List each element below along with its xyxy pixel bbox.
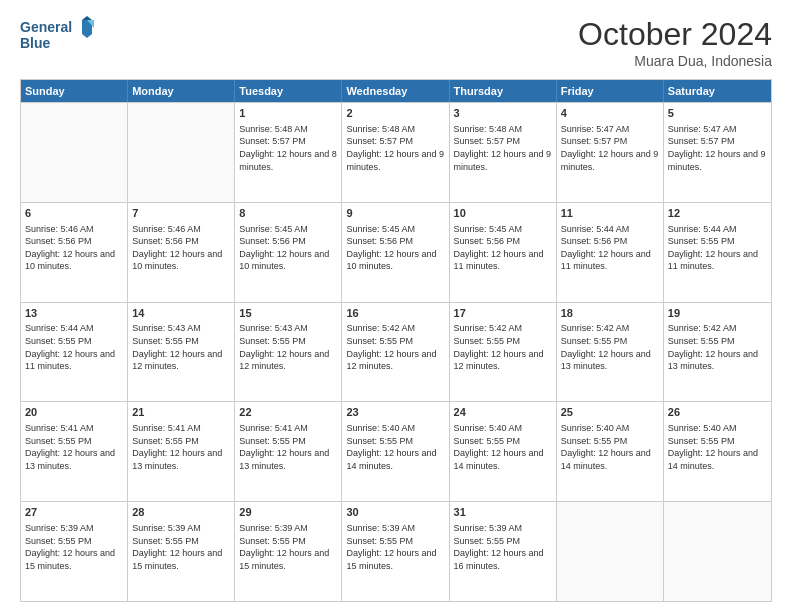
- day-info-3: Sunrise: 5:48 AM Sunset: 5:57 PM Dayligh…: [454, 123, 552, 173]
- day-cell-4: 4Sunrise: 5:47 AM Sunset: 5:57 PM Daylig…: [557, 103, 664, 202]
- day-number-25: 25: [561, 405, 659, 420]
- day-info-26: Sunrise: 5:40 AM Sunset: 5:55 PM Dayligh…: [668, 422, 767, 472]
- day-cell-15: 15Sunrise: 5:43 AM Sunset: 5:55 PM Dayli…: [235, 303, 342, 402]
- day-number-16: 16: [346, 306, 444, 321]
- day-number-7: 7: [132, 206, 230, 221]
- day-number-28: 28: [132, 505, 230, 520]
- day-info-2: Sunrise: 5:48 AM Sunset: 5:57 PM Dayligh…: [346, 123, 444, 173]
- day-cell-12: 12Sunrise: 5:44 AM Sunset: 5:55 PM Dayli…: [664, 203, 771, 302]
- empty-cell-0-1: [128, 103, 235, 202]
- day-cell-1: 1Sunrise: 5:48 AM Sunset: 5:57 PM Daylig…: [235, 103, 342, 202]
- day-cell-7: 7Sunrise: 5:46 AM Sunset: 5:56 PM Daylig…: [128, 203, 235, 302]
- empty-cell-4-5: [557, 502, 664, 601]
- day-number-5: 5: [668, 106, 767, 121]
- month-title: October 2024: [578, 16, 772, 53]
- day-number-2: 2: [346, 106, 444, 121]
- day-number-14: 14: [132, 306, 230, 321]
- day-info-5: Sunrise: 5:47 AM Sunset: 5:57 PM Dayligh…: [668, 123, 767, 173]
- day-info-13: Sunrise: 5:44 AM Sunset: 5:55 PM Dayligh…: [25, 322, 123, 372]
- header-friday: Friday: [557, 80, 664, 102]
- empty-cell-0-0: [21, 103, 128, 202]
- day-cell-25: 25Sunrise: 5:40 AM Sunset: 5:55 PM Dayli…: [557, 402, 664, 501]
- day-number-18: 18: [561, 306, 659, 321]
- day-number-3: 3: [454, 106, 552, 121]
- day-number-15: 15: [239, 306, 337, 321]
- day-number-9: 9: [346, 206, 444, 221]
- day-info-31: Sunrise: 5:39 AM Sunset: 5:55 PM Dayligh…: [454, 522, 552, 572]
- day-cell-16: 16Sunrise: 5:42 AM Sunset: 5:55 PM Dayli…: [342, 303, 449, 402]
- day-number-31: 31: [454, 505, 552, 520]
- header-thursday: Thursday: [450, 80, 557, 102]
- svg-text:Blue: Blue: [20, 35, 51, 51]
- day-info-19: Sunrise: 5:42 AM Sunset: 5:55 PM Dayligh…: [668, 322, 767, 372]
- day-info-30: Sunrise: 5:39 AM Sunset: 5:55 PM Dayligh…: [346, 522, 444, 572]
- day-cell-19: 19Sunrise: 5:42 AM Sunset: 5:55 PM Dayli…: [664, 303, 771, 402]
- day-number-21: 21: [132, 405, 230, 420]
- header: General Blue October 2024 Muara Dua, Ind…: [20, 16, 772, 69]
- day-info-22: Sunrise: 5:41 AM Sunset: 5:55 PM Dayligh…: [239, 422, 337, 472]
- calendar-row-0: 1Sunrise: 5:48 AM Sunset: 5:57 PM Daylig…: [21, 102, 771, 202]
- day-cell-17: 17Sunrise: 5:42 AM Sunset: 5:55 PM Dayli…: [450, 303, 557, 402]
- day-number-20: 20: [25, 405, 123, 420]
- day-cell-3: 3Sunrise: 5:48 AM Sunset: 5:57 PM Daylig…: [450, 103, 557, 202]
- day-info-12: Sunrise: 5:44 AM Sunset: 5:55 PM Dayligh…: [668, 223, 767, 273]
- day-info-24: Sunrise: 5:40 AM Sunset: 5:55 PM Dayligh…: [454, 422, 552, 472]
- day-info-15: Sunrise: 5:43 AM Sunset: 5:55 PM Dayligh…: [239, 322, 337, 372]
- day-info-14: Sunrise: 5:43 AM Sunset: 5:55 PM Dayligh…: [132, 322, 230, 372]
- day-cell-23: 23Sunrise: 5:40 AM Sunset: 5:55 PM Dayli…: [342, 402, 449, 501]
- day-info-4: Sunrise: 5:47 AM Sunset: 5:57 PM Dayligh…: [561, 123, 659, 173]
- day-cell-2: 2Sunrise: 5:48 AM Sunset: 5:57 PM Daylig…: [342, 103, 449, 202]
- header-tuesday: Tuesday: [235, 80, 342, 102]
- day-cell-8: 8Sunrise: 5:45 AM Sunset: 5:56 PM Daylig…: [235, 203, 342, 302]
- day-cell-29: 29Sunrise: 5:39 AM Sunset: 5:55 PM Dayli…: [235, 502, 342, 601]
- header-saturday: Saturday: [664, 80, 771, 102]
- day-cell-20: 20Sunrise: 5:41 AM Sunset: 5:55 PM Dayli…: [21, 402, 128, 501]
- day-info-1: Sunrise: 5:48 AM Sunset: 5:57 PM Dayligh…: [239, 123, 337, 173]
- day-number-19: 19: [668, 306, 767, 321]
- location: Muara Dua, Indonesia: [578, 53, 772, 69]
- day-cell-10: 10Sunrise: 5:45 AM Sunset: 5:56 PM Dayli…: [450, 203, 557, 302]
- day-number-24: 24: [454, 405, 552, 420]
- header-sunday: Sunday: [21, 80, 128, 102]
- day-number-8: 8: [239, 206, 337, 221]
- day-cell-24: 24Sunrise: 5:40 AM Sunset: 5:55 PM Dayli…: [450, 402, 557, 501]
- day-number-10: 10: [454, 206, 552, 221]
- calendar-row-2: 13Sunrise: 5:44 AM Sunset: 5:55 PM Dayli…: [21, 302, 771, 402]
- day-cell-21: 21Sunrise: 5:41 AM Sunset: 5:55 PM Dayli…: [128, 402, 235, 501]
- day-number-11: 11: [561, 206, 659, 221]
- day-number-6: 6: [25, 206, 123, 221]
- day-number-12: 12: [668, 206, 767, 221]
- page: General Blue October 2024 Muara Dua, Ind…: [0, 0, 792, 612]
- day-number-30: 30: [346, 505, 444, 520]
- calendar: SundayMondayTuesdayWednesdayThursdayFrid…: [20, 79, 772, 602]
- day-cell-22: 22Sunrise: 5:41 AM Sunset: 5:55 PM Dayli…: [235, 402, 342, 501]
- day-cell-31: 31Sunrise: 5:39 AM Sunset: 5:55 PM Dayli…: [450, 502, 557, 601]
- day-cell-11: 11Sunrise: 5:44 AM Sunset: 5:56 PM Dayli…: [557, 203, 664, 302]
- header-monday: Monday: [128, 80, 235, 102]
- day-number-4: 4: [561, 106, 659, 121]
- day-cell-14: 14Sunrise: 5:43 AM Sunset: 5:55 PM Dayli…: [128, 303, 235, 402]
- day-cell-26: 26Sunrise: 5:40 AM Sunset: 5:55 PM Dayli…: [664, 402, 771, 501]
- day-info-20: Sunrise: 5:41 AM Sunset: 5:55 PM Dayligh…: [25, 422, 123, 472]
- day-number-29: 29: [239, 505, 337, 520]
- calendar-header: SundayMondayTuesdayWednesdayThursdayFrid…: [21, 80, 771, 102]
- day-info-29: Sunrise: 5:39 AM Sunset: 5:55 PM Dayligh…: [239, 522, 337, 572]
- day-cell-30: 30Sunrise: 5:39 AM Sunset: 5:55 PM Dayli…: [342, 502, 449, 601]
- day-number-1: 1: [239, 106, 337, 121]
- day-info-16: Sunrise: 5:42 AM Sunset: 5:55 PM Dayligh…: [346, 322, 444, 372]
- day-number-23: 23: [346, 405, 444, 420]
- logo-svg: General Blue: [20, 16, 100, 58]
- day-info-6: Sunrise: 5:46 AM Sunset: 5:56 PM Dayligh…: [25, 223, 123, 273]
- calendar-body: 1Sunrise: 5:48 AM Sunset: 5:57 PM Daylig…: [21, 102, 771, 601]
- calendar-row-3: 20Sunrise: 5:41 AM Sunset: 5:55 PM Dayli…: [21, 401, 771, 501]
- day-info-9: Sunrise: 5:45 AM Sunset: 5:56 PM Dayligh…: [346, 223, 444, 273]
- title-block: October 2024 Muara Dua, Indonesia: [578, 16, 772, 69]
- svg-marker-4: [82, 16, 92, 20]
- day-cell-27: 27Sunrise: 5:39 AM Sunset: 5:55 PM Dayli…: [21, 502, 128, 601]
- day-cell-28: 28Sunrise: 5:39 AM Sunset: 5:55 PM Dayli…: [128, 502, 235, 601]
- day-number-26: 26: [668, 405, 767, 420]
- day-info-17: Sunrise: 5:42 AM Sunset: 5:55 PM Dayligh…: [454, 322, 552, 372]
- day-info-7: Sunrise: 5:46 AM Sunset: 5:56 PM Dayligh…: [132, 223, 230, 273]
- day-number-27: 27: [25, 505, 123, 520]
- header-wednesday: Wednesday: [342, 80, 449, 102]
